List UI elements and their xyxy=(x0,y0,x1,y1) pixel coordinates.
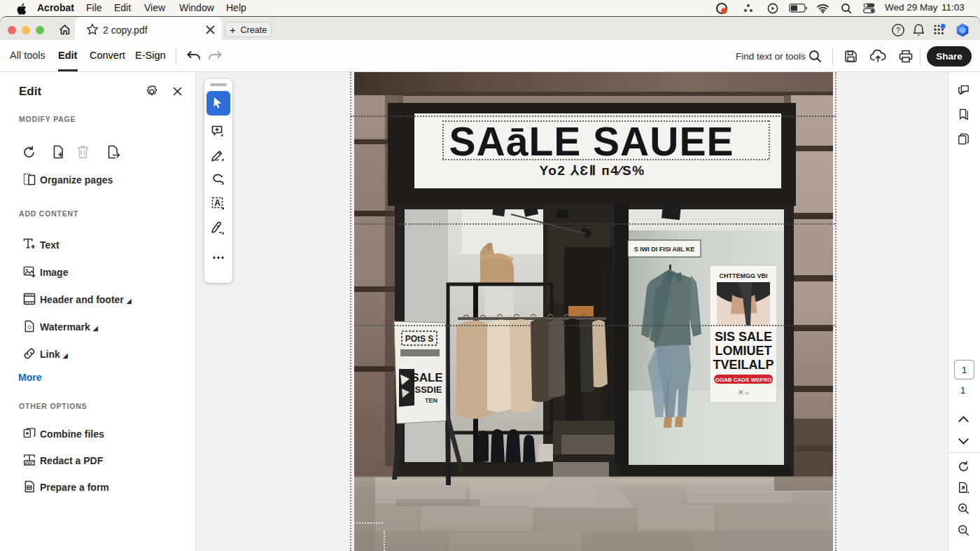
svg-text:SSDIE: SSDIE xyxy=(414,384,442,395)
svg-text:TEN: TEN xyxy=(425,397,438,404)
svg-text:SALE: SALE xyxy=(411,371,442,384)
svg-text:CHTTEMGG VBI: CHTTEMGG VBI xyxy=(720,272,768,279)
svg-text:?: ? xyxy=(896,26,900,34)
svg-text:S IWI DI FISI AIIL KE: S IWI DI FISI AIIL KE xyxy=(634,246,695,253)
svg-text:LOMIUET: LOMIUET xyxy=(715,344,772,358)
svg-text:⌘ ᵥᵥ: ⌘ ᵥᵥ xyxy=(738,389,749,396)
svg-text:A: A xyxy=(214,198,220,208)
svg-text:Yo2 ⅄ƐⅡ ᴨ4⁄S%: Yo2 ⅄ƐⅡ ᴨ4⁄S% xyxy=(539,163,645,178)
svg-text:SAāLE SAUEE: SAāLE SAUEE xyxy=(449,119,734,164)
svg-text:POtS S: POtS S xyxy=(405,334,434,344)
svg-text:SIS SALE: SIS SALE xyxy=(715,330,772,344)
svg-text:TVEILALP: TVEILALP xyxy=(713,358,774,372)
svg-text:OOAB CADS WEFRO: OOAB CADS WEFRO xyxy=(715,377,772,383)
